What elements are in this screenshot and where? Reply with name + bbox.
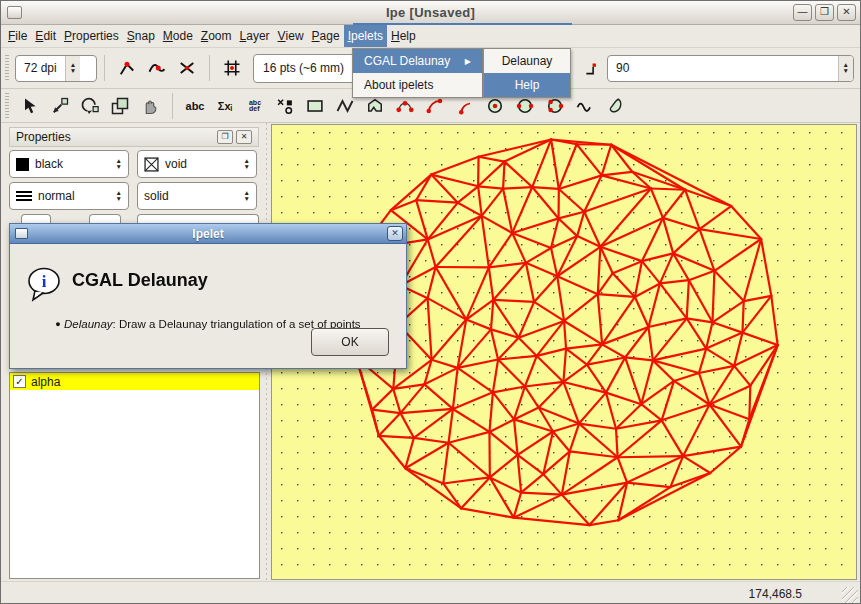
panel-close-button[interactable]: ✕: [236, 130, 252, 144]
pen-width-icon: [16, 191, 32, 201]
stroke-color-combo[interactable]: black ▲▼: [9, 150, 129, 178]
dash-style-combo[interactable]: solid ▲▼: [137, 182, 257, 210]
tool-squiggle-button[interactable]: [570, 93, 600, 119]
dash-style-value: solid: [144, 189, 169, 203]
submenu-arrow-icon: ▶: [465, 57, 471, 66]
pen-width-combo[interactable]: normal ▲▼: [9, 182, 129, 210]
tool-rotate-button[interactable]: [75, 93, 105, 119]
menu-zoom[interactable]: Zoom: [197, 25, 236, 47]
speech-bubble-info-icon: i: [25, 266, 65, 308]
menu-page[interactable]: Page: [308, 25, 344, 47]
translate-icon: [50, 96, 70, 116]
toolbar-grip[interactable]: [5, 93, 9, 119]
minimize-button[interactable]: —: [793, 4, 812, 21]
tool-text-button[interactable]: abc: [180, 93, 210, 119]
grid-size-combo[interactable]: 16 pts (~6 mm): [253, 54, 361, 83]
tool-math-button[interactable]: Σxᵢ: [210, 93, 240, 119]
tool-marks-button[interactable]: [270, 93, 300, 119]
resolution-spinbox[interactable]: 72 dpi ▲▼: [15, 55, 97, 82]
ok-button[interactable]: OK: [311, 328, 389, 356]
dialog-heading: CGAL Delaunay: [72, 270, 208, 291]
tool-stretch-button[interactable]: [105, 93, 135, 119]
ipelet-dialog: Ipelet ✕ i CGAL Delaunay ● Delaunay: Dra…: [9, 223, 407, 369]
menu-item-cgal-delaunay[interactable]: CGAL Delaunay ▶: [353, 49, 482, 73]
dialog-titlebar[interactable]: Ipelet ✕: [10, 224, 406, 244]
circle-center-tool-icon: [485, 96, 505, 116]
spin-arrows-icon[interactable]: ▲▼: [838, 56, 853, 81]
submenu-item-delaunay[interactable]: Delaunay: [484, 49, 570, 73]
text-tool-icon: abc: [186, 100, 205, 112]
splines-tool-icon: [395, 96, 415, 116]
toolbar-grip[interactable]: [5, 55, 9, 81]
angle-snap-icon: [583, 59, 601, 77]
properties-panel-title: Properties: [16, 130, 71, 144]
layer-row-alpha[interactable]: ✓ alpha: [10, 373, 259, 390]
menu-mode[interactable]: Mode: [159, 25, 197, 47]
layer-name: alpha: [31, 375, 60, 389]
menu-ipelets[interactable]: Ipelets: [344, 25, 387, 47]
toolbar-separator: [209, 55, 210, 81]
tool-rectangle-button[interactable]: [300, 93, 330, 119]
menu-snap[interactable]: Snap: [123, 25, 159, 47]
stroke-color-value: black: [35, 157, 63, 171]
menu-item-about-ipelets[interactable]: About ipelets: [353, 73, 482, 97]
arc-3pt-tool-icon: [425, 96, 445, 116]
resize-grip[interactable]: [842, 587, 858, 603]
spin-arrows-icon[interactable]: ▲▼: [116, 190, 122, 202]
spin-arrows-icon[interactable]: ▲▼: [244, 158, 250, 170]
snap-intersection-icon: [177, 58, 197, 78]
arc-center-tool-icon: [455, 96, 475, 116]
snap-intersection-button[interactable]: [172, 55, 202, 81]
menu-view[interactable]: View: [274, 25, 308, 47]
menubar: File Edit Properties Snap Mode Zoom Laye…: [1, 25, 860, 48]
tool-select-button[interactable]: [15, 93, 45, 119]
window-menu-icon[interactable]: [7, 6, 22, 19]
tool-pan-button[interactable]: [135, 93, 165, 119]
menu-help[interactable]: Help: [387, 25, 420, 47]
snap-boundary-icon: [147, 58, 167, 78]
dialog-title: Ipelet: [10, 227, 406, 241]
snap-boundary-button[interactable]: [142, 55, 172, 81]
circle-3pt-tool-icon: [545, 96, 565, 116]
pen-width-value: normal: [38, 189, 75, 203]
fill-color-value: void: [165, 157, 187, 171]
fill-color-combo[interactable]: void ▲▼: [137, 150, 257, 178]
ipelets-menu-popup: CGAL Delaunay ▶ About ipelets: [352, 48, 483, 98]
menu-properties[interactable]: Properties: [60, 25, 123, 47]
statusbar: 174,468.5: [1, 581, 860, 604]
properties-panel-header: Properties ❐ ✕: [9, 127, 259, 147]
focus-underline: [353, 23, 572, 25]
menu-file[interactable]: File: [4, 25, 31, 47]
tool-paragraph-button[interactable]: abcdef: [240, 93, 270, 119]
spin-arrows-icon[interactable]: ▲▼: [65, 56, 80, 81]
pen-dash-row: normal ▲▼ solid ▲▼: [9, 182, 257, 210]
bullet-icon: ●: [55, 319, 60, 329]
spin-arrows-icon[interactable]: ▲▼: [116, 158, 122, 170]
window-title: Ipe [Unsaved]: [1, 5, 860, 20]
math-tool-icon: Σxᵢ: [218, 100, 232, 112]
dialog-close-button[interactable]: ✕: [387, 226, 403, 241]
cgal-delaunay-submenu: Delaunay Help: [483, 48, 571, 98]
menu-layer[interactable]: Layer: [236, 25, 274, 47]
squiggle-tool-icon: [575, 96, 595, 116]
snap-grid-button[interactable]: [217, 55, 247, 81]
rectangle-tool-icon: [305, 96, 325, 116]
spin-arrows-icon[interactable]: ▲▼: [244, 190, 250, 202]
snap-vertex-button[interactable]: [112, 55, 142, 81]
snap-vertex-icon: [117, 58, 137, 78]
stroke-fill-row: black ▲▼ void ▲▼: [9, 150, 257, 178]
cursor-coordinates: 174,468.5: [749, 587, 802, 601]
close-button[interactable]: ✕: [837, 4, 856, 21]
panel-float-button[interactable]: ❐: [217, 130, 233, 144]
tool-ink-button[interactable]: [600, 93, 630, 119]
layer-visibility-checkbox[interactable]: ✓: [13, 375, 26, 388]
resolution-value: 72 dpi: [16, 56, 65, 81]
tool-translate-button[interactable]: [45, 93, 75, 119]
menu-edit[interactable]: Edit: [31, 25, 60, 47]
submenu-item-help[interactable]: Help: [484, 73, 570, 97]
ipe-application-window: Ipe [Unsaved] — ❐ ✕ File Edit Properties…: [0, 0, 861, 604]
angle-spinbox[interactable]: 90 ▲▼: [607, 55, 854, 82]
polygon-tool-icon: [365, 96, 385, 116]
maximize-button[interactable]: ❐: [815, 4, 834, 21]
svg-text:i: i: [42, 272, 47, 291]
